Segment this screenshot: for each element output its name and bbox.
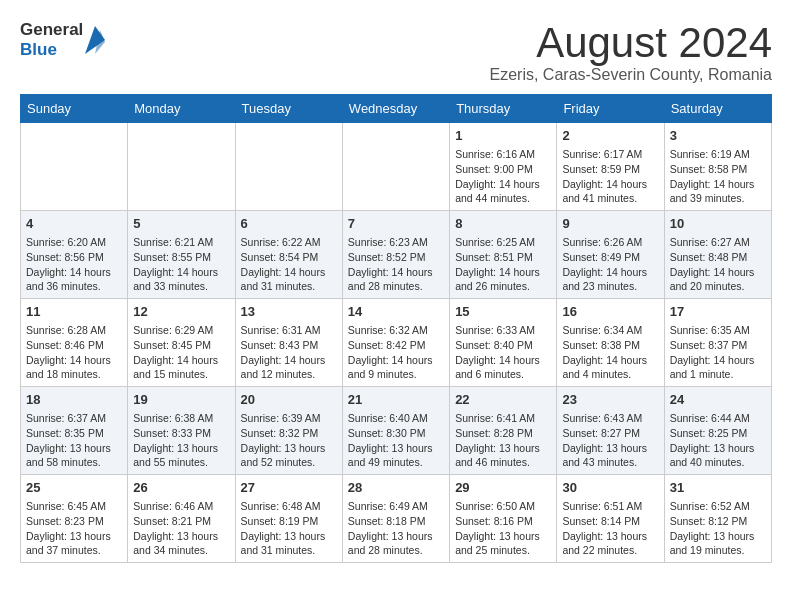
cell-info: Sunrise: 6:17 AM xyxy=(562,147,658,162)
cell-info: Sunrise: 6:26 AM xyxy=(562,235,658,250)
day-number: 27 xyxy=(241,479,337,497)
cell-info: Sunset: 8:49 PM xyxy=(562,250,658,265)
cell-info: Sunset: 8:55 PM xyxy=(133,250,229,265)
cell-info: Sunrise: 6:23 AM xyxy=(348,235,444,250)
cell-info: Daylight: 14 hours and 9 minutes. xyxy=(348,353,444,382)
cell-info: Daylight: 14 hours and 33 minutes. xyxy=(133,265,229,294)
page-header: General Blue August 2024 Ezeris, Caras-S… xyxy=(20,20,772,84)
cell-info: Daylight: 13 hours and 55 minutes. xyxy=(133,441,229,470)
calendar-cell xyxy=(235,123,342,211)
calendar-week-row: 4Sunrise: 6:20 AMSunset: 8:56 PMDaylight… xyxy=(21,211,772,299)
cell-info: Sunrise: 6:21 AM xyxy=(133,235,229,250)
cell-info: Sunrise: 6:38 AM xyxy=(133,411,229,426)
cell-info: Sunrise: 6:31 AM xyxy=(241,323,337,338)
day-number: 7 xyxy=(348,215,444,233)
day-number: 9 xyxy=(562,215,658,233)
day-number: 25 xyxy=(26,479,122,497)
day-number: 8 xyxy=(455,215,551,233)
cell-info: Sunrise: 6:33 AM xyxy=(455,323,551,338)
cell-info: Sunset: 8:25 PM xyxy=(670,426,766,441)
calendar-week-row: 18Sunrise: 6:37 AMSunset: 8:35 PMDayligh… xyxy=(21,387,772,475)
cell-info: Sunrise: 6:19 AM xyxy=(670,147,766,162)
logo-container: General Blue xyxy=(20,20,105,59)
cell-info: Sunrise: 6:46 AM xyxy=(133,499,229,514)
logo-blue: Blue xyxy=(20,40,83,60)
cell-info: Sunset: 8:14 PM xyxy=(562,514,658,529)
cell-info: Sunset: 8:58 PM xyxy=(670,162,766,177)
cell-info: Daylight: 13 hours and 31 minutes. xyxy=(241,529,337,558)
day-number: 30 xyxy=(562,479,658,497)
cell-info: Sunset: 8:30 PM xyxy=(348,426,444,441)
calendar-cell: 7Sunrise: 6:23 AMSunset: 8:52 PMDaylight… xyxy=(342,211,449,299)
cell-info: Sunset: 8:43 PM xyxy=(241,338,337,353)
cell-info: Sunrise: 6:49 AM xyxy=(348,499,444,514)
cell-info: Sunset: 8:28 PM xyxy=(455,426,551,441)
cell-info: Sunset: 8:42 PM xyxy=(348,338,444,353)
cell-info: Sunrise: 6:16 AM xyxy=(455,147,551,162)
cell-info: Sunset: 8:45 PM xyxy=(133,338,229,353)
calendar-cell: 21Sunrise: 6:40 AMSunset: 8:30 PMDayligh… xyxy=(342,387,449,475)
cell-info: Sunrise: 6:50 AM xyxy=(455,499,551,514)
calendar-cell: 23Sunrise: 6:43 AMSunset: 8:27 PMDayligh… xyxy=(557,387,664,475)
calendar-cell: 8Sunrise: 6:25 AMSunset: 8:51 PMDaylight… xyxy=(450,211,557,299)
cell-info: Daylight: 14 hours and 1 minute. xyxy=(670,353,766,382)
cell-info: Daylight: 13 hours and 58 minutes. xyxy=(26,441,122,470)
cell-info: Daylight: 13 hours and 49 minutes. xyxy=(348,441,444,470)
weekday-header-saturday: Saturday xyxy=(664,95,771,123)
cell-info: Daylight: 13 hours and 37 minutes. xyxy=(26,529,122,558)
cell-info: Daylight: 14 hours and 39 minutes. xyxy=(670,177,766,206)
cell-info: Daylight: 13 hours and 28 minutes. xyxy=(348,529,444,558)
cell-info: Sunrise: 6:22 AM xyxy=(241,235,337,250)
calendar-cell: 29Sunrise: 6:50 AMSunset: 8:16 PMDayligh… xyxy=(450,475,557,563)
calendar-cell: 10Sunrise: 6:27 AMSunset: 8:48 PMDayligh… xyxy=(664,211,771,299)
day-number: 20 xyxy=(241,391,337,409)
calendar-cell xyxy=(342,123,449,211)
day-number: 6 xyxy=(241,215,337,233)
calendar-cell: 19Sunrise: 6:38 AMSunset: 8:33 PMDayligh… xyxy=(128,387,235,475)
cell-info: Daylight: 13 hours and 22 minutes. xyxy=(562,529,658,558)
day-number: 2 xyxy=(562,127,658,145)
cell-info: Sunset: 8:27 PM xyxy=(562,426,658,441)
title-area: August 2024 Ezeris, Caras-Severin County… xyxy=(490,20,772,84)
cell-info: Daylight: 14 hours and 12 minutes. xyxy=(241,353,337,382)
calendar-cell: 9Sunrise: 6:26 AMSunset: 8:49 PMDaylight… xyxy=(557,211,664,299)
calendar-cell: 6Sunrise: 6:22 AMSunset: 8:54 PMDaylight… xyxy=(235,211,342,299)
calendar-cell: 20Sunrise: 6:39 AMSunset: 8:32 PMDayligh… xyxy=(235,387,342,475)
day-number: 24 xyxy=(670,391,766,409)
cell-info: Sunrise: 6:43 AM xyxy=(562,411,658,426)
cell-info: Sunset: 8:32 PM xyxy=(241,426,337,441)
weekday-header-wednesday: Wednesday xyxy=(342,95,449,123)
day-number: 11 xyxy=(26,303,122,321)
calendar-cell: 26Sunrise: 6:46 AMSunset: 8:21 PMDayligh… xyxy=(128,475,235,563)
calendar-cell: 2Sunrise: 6:17 AMSunset: 8:59 PMDaylight… xyxy=(557,123,664,211)
calendar-cell: 4Sunrise: 6:20 AMSunset: 8:56 PMDaylight… xyxy=(21,211,128,299)
weekday-header-sunday: Sunday xyxy=(21,95,128,123)
calendar-cell: 27Sunrise: 6:48 AMSunset: 8:19 PMDayligh… xyxy=(235,475,342,563)
cell-info: Daylight: 14 hours and 15 minutes. xyxy=(133,353,229,382)
day-number: 13 xyxy=(241,303,337,321)
cell-info: Sunset: 8:18 PM xyxy=(348,514,444,529)
day-number: 10 xyxy=(670,215,766,233)
day-number: 28 xyxy=(348,479,444,497)
cell-info: Daylight: 13 hours and 46 minutes. xyxy=(455,441,551,470)
calendar-cell: 16Sunrise: 6:34 AMSunset: 8:38 PMDayligh… xyxy=(557,299,664,387)
cell-info: Sunrise: 6:39 AM xyxy=(241,411,337,426)
cell-info: Daylight: 14 hours and 31 minutes. xyxy=(241,265,337,294)
cell-info: Sunrise: 6:52 AM xyxy=(670,499,766,514)
calendar-cell: 31Sunrise: 6:52 AMSunset: 8:12 PMDayligh… xyxy=(664,475,771,563)
cell-info: Sunrise: 6:32 AM xyxy=(348,323,444,338)
cell-info: Sunset: 8:52 PM xyxy=(348,250,444,265)
cell-info: Sunrise: 6:34 AM xyxy=(562,323,658,338)
calendar-cell: 17Sunrise: 6:35 AMSunset: 8:37 PMDayligh… xyxy=(664,299,771,387)
calendar-cell xyxy=(128,123,235,211)
weekday-header-row: SundayMondayTuesdayWednesdayThursdayFrid… xyxy=(21,95,772,123)
cell-info: Sunset: 8:46 PM xyxy=(26,338,122,353)
calendar-cell: 22Sunrise: 6:41 AMSunset: 8:28 PMDayligh… xyxy=(450,387,557,475)
day-number: 5 xyxy=(133,215,229,233)
cell-info: Sunset: 8:12 PM xyxy=(670,514,766,529)
cell-info: Daylight: 14 hours and 4 minutes. xyxy=(562,353,658,382)
cell-info: Sunset: 9:00 PM xyxy=(455,162,551,177)
cell-info: Sunrise: 6:44 AM xyxy=(670,411,766,426)
calendar-cell: 3Sunrise: 6:19 AMSunset: 8:58 PMDaylight… xyxy=(664,123,771,211)
weekday-header-tuesday: Tuesday xyxy=(235,95,342,123)
